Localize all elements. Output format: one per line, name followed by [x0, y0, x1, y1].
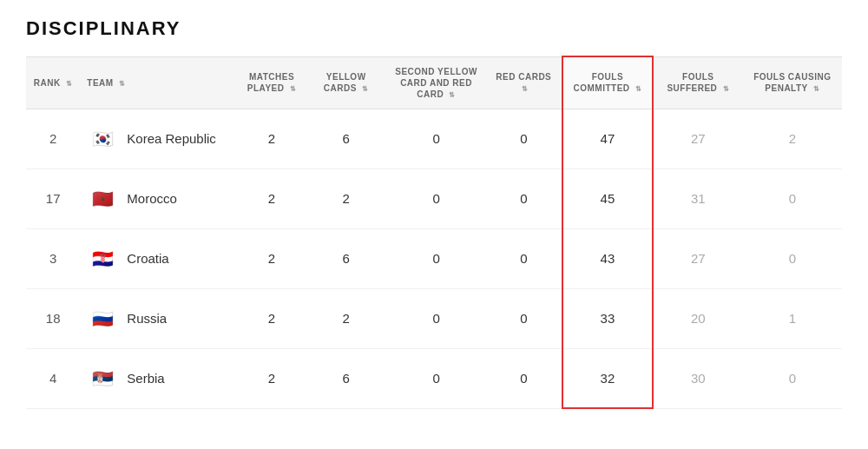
cell-red: 0: [486, 168, 562, 228]
col-header-matches[interactable]: MATCHES PLAYED ⇅: [238, 56, 306, 109]
cell-team: 🇰🇷Korea Republic: [80, 109, 238, 168]
cell-rank: 2: [26, 109, 80, 168]
cell-team: 🇷🇸Serbia: [80, 348, 238, 408]
cell-yellow: 6: [306, 348, 386, 408]
table-row: 3🇭🇷Croatia260043270: [26, 228, 842, 288]
table-row: 18🇷🇺Russia220033201: [26, 288, 842, 348]
col-header-fouls-committed[interactable]: FOULS COMMITTED ⇅: [562, 56, 653, 109]
cell-fouls-committed: 32: [562, 348, 653, 408]
cell-red: 0: [486, 109, 562, 168]
cell-red: 0: [486, 348, 562, 408]
cell-fouls-suffered: 27: [653, 109, 743, 168]
cell-yellow: 2: [306, 288, 386, 348]
team-name: Korea Republic: [127, 131, 216, 146]
cell-fouls-suffered: 30: [653, 348, 743, 408]
cell-team: 🇷🇺Russia: [80, 288, 238, 348]
sort-icon-second-yellow: ⇅: [449, 91, 456, 100]
sort-icon-fouls-penalty: ⇅: [813, 85, 820, 94]
col-header-red[interactable]: RED CARDS ⇅: [486, 56, 562, 109]
cell-fouls-penalty: 0: [743, 168, 842, 228]
cell-fouls-penalty: 0: [743, 228, 842, 288]
cell-rank: 4: [26, 348, 80, 408]
team-name: Russia: [127, 311, 167, 326]
page-title: DISCIPLINARY: [26, 17, 842, 40]
col-header-fouls-penalty[interactable]: FOULS CAUSING PENALTY ⇅: [743, 56, 842, 109]
table-row: 17🇲🇦Morocco220045310: [26, 168, 842, 228]
cell-yellow: 6: [306, 109, 386, 168]
team-flag: 🇷🇸: [87, 363, 118, 394]
team-name: Croatia: [127, 251, 168, 266]
cell-fouls-penalty: 1: [743, 288, 842, 348]
cell-fouls-committed: 33: [562, 288, 653, 348]
col-header-rank[interactable]: RANK ⇅: [26, 56, 80, 109]
cell-team: 🇲🇦Morocco: [80, 168, 238, 228]
team-flag: 🇭🇷: [87, 243, 118, 274]
cell-rank: 17: [26, 168, 80, 228]
team-name: Morocco: [127, 191, 177, 206]
cell-second-yellow: 0: [386, 288, 485, 348]
cell-team: 🇭🇷Croatia: [80, 228, 238, 288]
team-flag: 🇰🇷: [87, 123, 118, 155]
cell-matches: 2: [238, 288, 306, 348]
col-header-fouls-suffered[interactable]: FOULS SUFFERED ⇅: [653, 56, 743, 109]
cell-rank: 18: [26, 288, 80, 348]
team-flag: 🇲🇦: [87, 183, 118, 215]
sort-icon-matches: ⇅: [290, 85, 297, 94]
cell-fouls-suffered: 31: [653, 168, 743, 228]
table-row: 4🇷🇸Serbia260032300: [26, 348, 842, 408]
sort-icon-fouls-suffered: ⇅: [723, 85, 730, 94]
col-header-yellow[interactable]: YELLOW CARDS ⇅: [306, 56, 386, 109]
cell-red: 0: [486, 228, 562, 288]
cell-fouls-penalty: 0: [743, 348, 842, 408]
cell-second-yellow: 0: [386, 348, 485, 408]
cell-matches: 2: [238, 348, 306, 408]
cell-fouls-committed: 43: [562, 228, 653, 288]
cell-fouls-penalty: 2: [743, 109, 842, 168]
cell-rank: 3: [26, 228, 80, 288]
sort-icon-rank: ⇅: [66, 80, 73, 89]
cell-matches: 2: [238, 228, 306, 288]
sort-icon-team: ⇅: [119, 80, 126, 89]
col-header-second-yellow[interactable]: SECOND YELLOW CARD AND RED CARD ⇅: [386, 56, 485, 109]
col-header-team[interactable]: TEAM ⇅: [80, 56, 238, 109]
team-name: Serbia: [127, 371, 164, 386]
cell-yellow: 6: [306, 228, 386, 288]
table-header-row: RANK ⇅ TEAM ⇅ MATCHES PLAYED ⇅ YELLOW CA…: [26, 56, 842, 109]
sort-icon-yellow: ⇅: [362, 85, 369, 94]
cell-yellow: 2: [306, 168, 386, 228]
cell-second-yellow: 0: [386, 168, 485, 228]
table-row: 2🇰🇷Korea Republic260047272: [26, 109, 842, 168]
cell-second-yellow: 0: [386, 228, 485, 288]
cell-fouls-committed: 45: [562, 168, 653, 228]
cell-fouls-suffered: 27: [653, 228, 743, 288]
cell-second-yellow: 0: [386, 109, 485, 168]
team-flag: 🇷🇺: [87, 303, 118, 334]
disciplinary-table: RANK ⇅ TEAM ⇅ MATCHES PLAYED ⇅ YELLOW CA…: [26, 56, 842, 409]
cell-red: 0: [486, 288, 562, 348]
cell-fouls-committed: 47: [562, 109, 653, 168]
cell-matches: 2: [238, 168, 306, 228]
cell-matches: 2: [238, 109, 306, 168]
cell-fouls-suffered: 20: [653, 288, 743, 348]
sort-icon-red: ⇅: [522, 85, 529, 94]
sort-icon-fouls-committed: ⇅: [635, 85, 642, 94]
